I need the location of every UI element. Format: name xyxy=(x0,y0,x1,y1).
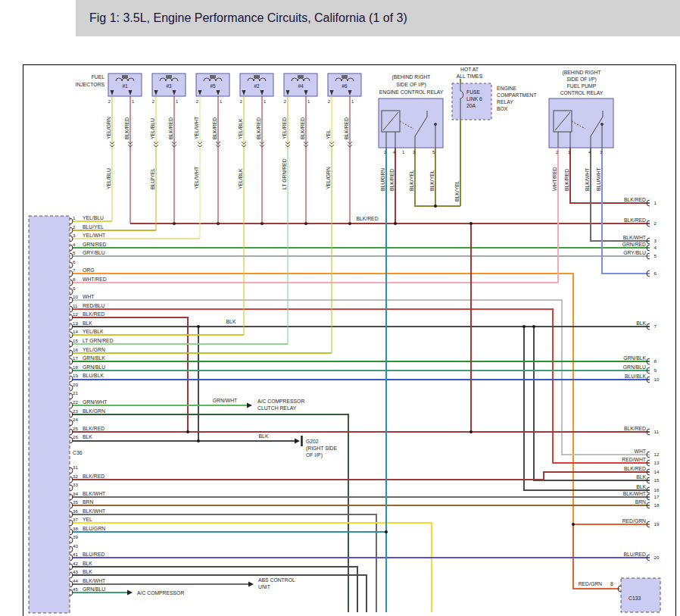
injector-wire-label: BLK/RED xyxy=(168,117,173,139)
right-pin-number: 1 xyxy=(654,200,657,205)
left-pin-label: BLK/GRN xyxy=(83,408,105,414)
relay-box-label-3: RELAY xyxy=(497,99,513,105)
right-pin-label: BLK/WHT xyxy=(623,235,646,240)
left-pin-number: 39 xyxy=(73,534,78,539)
left-pin-number: 44 xyxy=(73,578,78,583)
left-pin-number: 9 xyxy=(73,286,76,291)
ac-compressor-label: A/C COMPRESSOR xyxy=(137,590,184,596)
left-pin-label: BLK/WHT xyxy=(83,578,105,583)
g202-label-2: (RIGHT SIDE xyxy=(306,446,338,452)
relay-pin-number: 2 xyxy=(384,150,386,155)
right-pin-number: 16 xyxy=(654,487,660,492)
left-pin-number: 22 xyxy=(73,399,78,405)
relay-wire-label: BLU/WHT xyxy=(596,167,601,191)
left-pin-label: BRN xyxy=(83,499,93,505)
relay-wire-label: BLK/RED xyxy=(564,169,569,191)
injector-connector-icon xyxy=(122,75,128,78)
injector-terminal-number: 1 xyxy=(132,99,134,104)
left-pin-label: BLK xyxy=(83,434,92,439)
relay-wire-label: WHT/RED xyxy=(552,167,557,191)
injector-terminal-number: 2 xyxy=(240,99,242,104)
relay-wire-label: BLU/GRN xyxy=(380,168,385,191)
left-pin-number: 45 xyxy=(73,586,78,592)
right-pin-number: 2 xyxy=(654,220,657,226)
fp-relay-caption-1: (BEHIND RIGHT xyxy=(563,70,601,76)
right-pin-label: GRN/BLU xyxy=(623,364,646,370)
left-pin-label: YEL/WHT xyxy=(83,233,105,238)
left-pin-number: 31 xyxy=(73,464,78,470)
right-pin-number: 6 xyxy=(654,270,657,276)
right-pin-label: BLU/BLK xyxy=(625,374,646,379)
left-pin-number: 41 xyxy=(73,552,78,557)
engine-relay-caption-1: (BEHIND RIGHT xyxy=(392,74,431,80)
injector-wire-label: YEL/BLK xyxy=(238,168,243,189)
left-pin-number: 32 xyxy=(73,474,78,479)
injector-wire-label: BLK/RED xyxy=(256,117,261,139)
left-pin-label: YEL/GRN xyxy=(83,347,105,352)
injector-wire-label: YEL/RED xyxy=(282,117,287,139)
relay-wire-label: BLK/YEL xyxy=(409,170,414,191)
left-pin-number: 16 xyxy=(73,347,78,352)
right-pin-number: 10 xyxy=(654,377,660,382)
relay-pin-number: 5 xyxy=(432,150,435,155)
wiring-diagram: FUEL INJECTORS (BEHIND RIGHT SIDE OF I/P… xyxy=(0,0,680,616)
injector-wire-label: YEL/GRN xyxy=(106,117,111,139)
c133-pin-number: 8 xyxy=(610,581,613,586)
c133-label: C133 xyxy=(629,596,641,601)
left-pin-label: GRN/RED xyxy=(83,242,106,247)
injector-id: #4 xyxy=(298,83,304,89)
right-pin-number: 15 xyxy=(654,477,660,483)
left-pin-number: 38 xyxy=(73,526,78,531)
injector-wire-label: BLK/RED xyxy=(212,117,217,139)
left-pin-number: 43 xyxy=(73,569,78,574)
left-pin-number: 2 xyxy=(73,224,76,230)
left-pin-number: 20 xyxy=(73,382,78,387)
right-pin-label: BLK xyxy=(636,484,646,489)
injector-wire-label: YEL/BLK xyxy=(238,118,243,139)
left-pin-number: 17 xyxy=(73,355,78,361)
left-pin-label: YEL/BLU xyxy=(83,215,104,220)
injector-wire-label: LT GRN/RED xyxy=(282,158,287,189)
left-pin-number: 13 xyxy=(73,321,78,326)
fp-relay-caption-3: FUEL PUMP xyxy=(567,83,597,89)
right-pin-label: BLK/RED xyxy=(624,466,646,471)
right-pin-label: GRY/BLU xyxy=(623,250,646,255)
relay-pin-number: 2 xyxy=(556,150,558,155)
engine-relay-caption-3: ENGINE CONTROL RELAY xyxy=(379,89,444,95)
left-pin-label: GRN/BLK xyxy=(83,355,105,361)
injector-terminal-number: 1 xyxy=(307,99,310,104)
injector-wire-label: YEL xyxy=(326,130,331,139)
left-pin-number: 8 xyxy=(73,277,76,282)
left-pin-number: 37 xyxy=(73,517,78,522)
left-pin-label: YEL xyxy=(83,517,92,522)
left-pin-number: 25 xyxy=(73,426,78,431)
left-pin-number: 23 xyxy=(73,408,78,414)
right-pin-number: 8 xyxy=(654,358,657,364)
c36-label: C36 xyxy=(73,450,83,455)
injector-wire-label: BLK/RED xyxy=(344,117,349,139)
fp-relay-caption-2: SIDE OF I/P) xyxy=(566,77,597,83)
left-pin-number: 1 xyxy=(73,215,76,220)
left-pin-label: BLK/RED xyxy=(83,474,104,479)
injector-wire-label: BLU/YEL xyxy=(150,168,155,189)
right-pin-label: WHT xyxy=(635,449,646,454)
c133-wire-label: RED/GRN xyxy=(579,581,602,586)
right-pin-number: 17 xyxy=(654,494,660,499)
fuse-label-2: LINK 6 xyxy=(466,96,482,102)
injector-terminal-number: 2 xyxy=(152,99,154,104)
injector-id: #5 xyxy=(210,83,216,89)
left-pin-label: LT GRN/RED xyxy=(83,338,114,343)
left-pin-number: 5 xyxy=(73,250,76,255)
relay-box-label-2: COMPARTMENT xyxy=(497,92,537,98)
injector-connector-icon xyxy=(254,75,260,78)
right-pin-number: 14 xyxy=(654,469,660,474)
grnwht-wire-label: GRN/WHT xyxy=(213,398,237,403)
injector-connector-icon xyxy=(298,75,304,78)
left-pin-label: RED/BLU xyxy=(83,303,105,308)
injector-terminal-number: 2 xyxy=(284,99,286,104)
injector-terminal-number: 1 xyxy=(176,99,178,104)
fuel-injectors-label-2: INJECTORS xyxy=(76,82,105,87)
right-pin-number: 13 xyxy=(654,460,660,465)
hot-at-label-2: ALL TIMES xyxy=(457,73,483,79)
g202-label-1: G202 xyxy=(306,439,319,444)
